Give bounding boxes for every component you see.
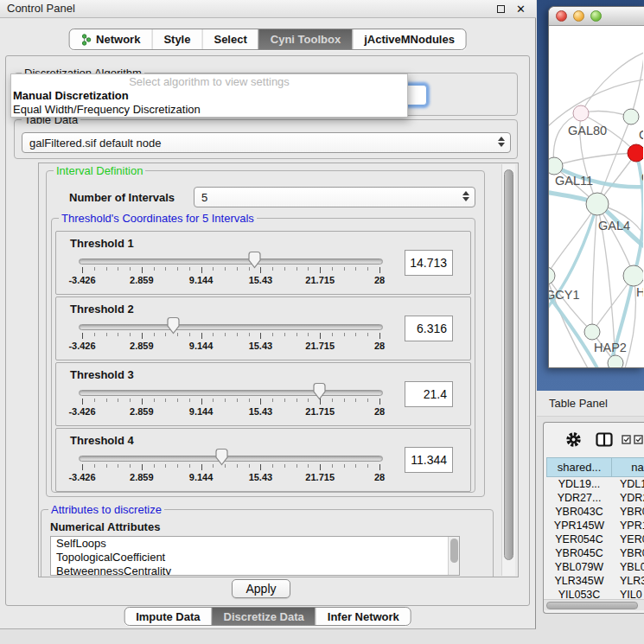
tab-infer-network[interactable]: Infer Network: [316, 608, 411, 625]
network-window-titlebar: [549, 7, 644, 26]
close-panel-icon[interactable]: ✕: [516, 2, 526, 17]
network-canvas[interactable]: GAL80GAL11GAL4GCY1HAP2GCH: [549, 26, 643, 368]
cell-name: YLR3: [612, 575, 644, 587]
table-row[interactable]: YBR043CYBR0: [546, 505, 644, 519]
algorithm-option-list: Manual DiscretizationEqual Width/Frequen…: [11, 89, 407, 117]
scrollbar-thumb[interactable]: [546, 602, 638, 609]
slider-track[interactable]: [79, 456, 383, 462]
tick-label: 9.144: [189, 275, 214, 285]
right-region: GAL80GAL11GAL4GCY1HAP2GCH Table Panel: [537, 0, 644, 644]
attribute-item[interactable]: BetweennessCentrality: [51, 564, 459, 576]
slider-track[interactable]: [79, 390, 383, 396]
tab-discretize-data[interactable]: Discretize Data: [212, 608, 316, 625]
table-panel: shared... na YDL19...YDL1YDR27...YDR2YBR…: [543, 422, 644, 614]
table-horizontal-scrollbar[interactable]: [544, 599, 644, 610]
attributes-scrollbar[interactable]: [448, 537, 459, 575]
cell-name: YIL0: [612, 589, 644, 598]
tick-label: 2.859: [130, 472, 154, 482]
node-label: G: [639, 128, 643, 142]
scrollbar-thumb[interactable]: [504, 169, 513, 560]
network-node[interactable]: [549, 267, 555, 284]
node-label: GAL80: [568, 124, 607, 137]
slider-handle[interactable]: [214, 448, 229, 466]
attribute-item[interactable]: SelfLoops: [51, 537, 459, 551]
number-of-intervals-combobox[interactable]: 5: [194, 187, 475, 207]
threshold-value-field[interactable]: 14.713: [405, 250, 453, 276]
threshold-value-field[interactable]: 21.4: [405, 381, 453, 407]
table-row[interactable]: YER054CYER0: [546, 532, 644, 546]
slider-track[interactable]: [79, 258, 383, 265]
table-row[interactable]: YDR27...YDR2: [546, 491, 644, 505]
minimize-button[interactable]: [573, 10, 584, 22]
table-row[interactable]: YDL19...YDL1: [546, 477, 644, 491]
tick-label: 28: [374, 275, 385, 285]
cell-shared-name: YPR145W: [546, 520, 612, 532]
tab-impute-data[interactable]: Impute Data: [124, 608, 211, 625]
network-node[interactable]: [584, 324, 600, 340]
tab-jactivemnodules[interactable]: jActiveMNodules: [352, 29, 466, 49]
network-node-selected[interactable]: [628, 144, 643, 162]
slider-ticks: [82, 399, 379, 405]
algorithm-option[interactable]: Manual Discretization: [11, 89, 407, 103]
network-node[interactable]: [549, 157, 563, 175]
float-panel-icon[interactable]: [497, 5, 505, 13]
tab-select[interactable]: Select: [201, 29, 258, 49]
table-row[interactable]: YBL079WYBL0: [546, 560, 644, 574]
network-node[interactable]: [623, 265, 643, 286]
threshold-value-field[interactable]: 11.344: [405, 447, 453, 473]
tab-label: Network: [96, 33, 140, 46]
table-row[interactable]: YIL053CYIL0: [546, 588, 644, 598]
attribute-item[interactable]: TopologicalCoefficient: [51, 551, 459, 564]
table-row[interactable]: YBR045CYBR0: [546, 546, 644, 560]
stepper-icon: [498, 137, 505, 147]
table-row[interactable]: YPR145WYPR1: [546, 519, 644, 532]
slider-track[interactable]: [79, 324, 383, 330]
tab-label: jActiveMNodules: [364, 33, 455, 46]
slider-handle[interactable]: [166, 316, 181, 335]
column-header-shared-name[interactable]: shared...: [546, 457, 612, 477]
cell-name: YBL0: [612, 561, 644, 573]
network-node[interactable]: [586, 193, 609, 215]
tick-label: 15.43: [249, 406, 273, 417]
tick-label: -3.426: [68, 472, 95, 482]
columns-icon[interactable]: [596, 432, 613, 450]
node-label: H: [636, 285, 643, 299]
checkbox-icon[interactable]: [622, 435, 631, 444]
network-node[interactable]: [623, 109, 639, 124]
select-columns-icons[interactable]: [622, 435, 643, 444]
cell-name: YDL1: [612, 478, 644, 490]
tick-label: 2.859: [130, 341, 154, 351]
settings-vertical-scrollbar[interactable]: [501, 164, 515, 576]
control-panel-body: Control Panel ✕ NetworkStyleSelectCyni T…: [0, 0, 536, 629]
cell-shared-name: YIL053C: [546, 589, 612, 598]
network-graph: GAL80GAL11GAL4GCY1HAP2GCH: [549, 26, 643, 368]
slider-ticks: [82, 464, 379, 471]
tick-label: 2.859: [130, 406, 154, 417]
threshold-value-field[interactable]: 6.316: [405, 316, 453, 341]
gear-icon[interactable]: [565, 431, 582, 451]
table-body: YDL19...YDL1YDR27...YDR2YBR043CYBR0YPR14…: [546, 477, 644, 598]
tab-style[interactable]: Style: [151, 29, 201, 49]
network-view-window: GAL80GAL11GAL4GCY1HAP2GCH: [548, 6, 644, 368]
table-data-combobox[interactable]: galFiltered.sif default node: [22, 132, 511, 153]
control-panel: Control Panel ✕ NetworkStyleSelectCyni T…: [0, 0, 537, 644]
column-header-name[interactable]: na: [612, 457, 644, 477]
tab-network[interactable]: Network: [69, 29, 151, 49]
network-node[interactable]: [573, 105, 589, 121]
threshold-label: Threshold 3: [70, 368, 134, 381]
checkbox-icon[interactable]: [634, 435, 643, 444]
network-nodes[interactable]: [549, 105, 643, 368]
table-row[interactable]: YLR345WYLR3: [546, 574, 644, 588]
algorithm-option[interactable]: Equal Width/Frequency Discretization: [11, 103, 407, 117]
slider-handle[interactable]: [247, 251, 262, 269]
tick-label: 9.144: [189, 341, 214, 351]
close-button[interactable]: [556, 10, 567, 22]
table-toolbar: [544, 423, 644, 457]
network-node[interactable]: [608, 355, 623, 368]
apply-button[interactable]: Apply: [232, 579, 290, 598]
zoom-button[interactable]: [590, 10, 602, 22]
tick-label: -3.426: [68, 341, 95, 351]
tab-cyni-toolbox[interactable]: Cyni Toolbox: [258, 29, 352, 49]
slider-handle[interactable]: [312, 382, 327, 400]
cell-shared-name: YBR045C: [546, 547, 612, 559]
